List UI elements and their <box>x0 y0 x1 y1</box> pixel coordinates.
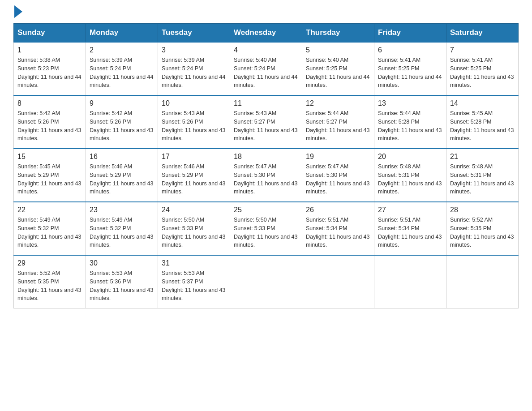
day-info: Sunrise: 5:46 AMSunset: 5:29 PMDaylight:… <box>90 163 153 195</box>
day-number: 25 <box>234 206 298 214</box>
calendar-day-cell <box>230 255 302 308</box>
day-number: 16 <box>90 153 154 161</box>
calendar-day-cell: 6 Sunrise: 5:41 AMSunset: 5:25 PMDayligh… <box>374 42 446 95</box>
calendar-day-cell: 17 Sunrise: 5:46 AMSunset: 5:29 PMDaylig… <box>158 149 230 202</box>
calendar-day-cell: 19 Sunrise: 5:47 AMSunset: 5:30 PMDaylig… <box>302 149 374 202</box>
calendar-day-cell: 14 Sunrise: 5:45 AMSunset: 5:28 PMDaylig… <box>446 95 519 149</box>
calendar-day-cell <box>302 255 374 308</box>
calendar-header-saturday: Saturday <box>446 24 519 43</box>
calendar-week-row: 29 Sunrise: 5:52 AMSunset: 5:35 PMDaylig… <box>14 255 519 308</box>
calendar-day-cell <box>446 255 519 308</box>
day-number: 2 <box>90 46 154 54</box>
day-info: Sunrise: 5:43 AMSunset: 5:27 PMDaylight:… <box>234 110 297 141</box>
calendar-day-cell: 16 Sunrise: 5:46 AMSunset: 5:29 PMDaylig… <box>86 149 158 202</box>
calendar-day-cell: 10 Sunrise: 5:43 AMSunset: 5:26 PMDaylig… <box>158 95 230 149</box>
day-info: Sunrise: 5:42 AMSunset: 5:26 PMDaylight:… <box>90 110 153 141</box>
day-info: Sunrise: 5:45 AMSunset: 5:29 PMDaylight:… <box>17 163 81 195</box>
logo <box>13 9 22 18</box>
day-info: Sunrise: 5:47 AMSunset: 5:30 PMDaylight:… <box>234 163 297 195</box>
day-number: 8 <box>17 99 82 107</box>
day-number: 7 <box>450 46 515 54</box>
day-info: Sunrise: 5:40 AMSunset: 5:24 PMDaylight:… <box>234 57 297 88</box>
day-number: 21 <box>450 153 515 161</box>
day-number: 18 <box>234 153 298 161</box>
day-info: Sunrise: 5:43 AMSunset: 5:26 PMDaylight:… <box>162 110 225 141</box>
calendar-header-wednesday: Wednesday <box>230 24 302 43</box>
calendar-day-cell: 3 Sunrise: 5:39 AMSunset: 5:24 PMDayligh… <box>158 42 230 95</box>
day-number: 20 <box>378 153 442 161</box>
day-info: Sunrise: 5:42 AMSunset: 5:26 PMDaylight:… <box>17 110 81 141</box>
day-number: 11 <box>234 99 298 107</box>
calendar-day-cell: 4 Sunrise: 5:40 AMSunset: 5:24 PMDayligh… <box>230 42 302 95</box>
day-number: 1 <box>17 46 82 54</box>
calendar-day-cell: 7 Sunrise: 5:41 AMSunset: 5:25 PMDayligh… <box>446 42 519 95</box>
day-info: Sunrise: 5:48 AMSunset: 5:31 PMDaylight:… <box>450 163 514 195</box>
day-info: Sunrise: 5:51 AMSunset: 5:34 PMDaylight:… <box>378 217 442 248</box>
day-info: Sunrise: 5:41 AMSunset: 5:25 PMDaylight:… <box>378 57 442 88</box>
calendar-day-cell: 13 Sunrise: 5:44 AMSunset: 5:28 PMDaylig… <box>374 95 446 149</box>
calendar-header-thursday: Thursday <box>302 24 374 43</box>
day-number: 30 <box>90 259 154 267</box>
calendar-day-cell: 28 Sunrise: 5:52 AMSunset: 5:35 PMDaylig… <box>446 202 519 255</box>
day-number: 13 <box>378 99 442 107</box>
calendar-header-tuesday: Tuesday <box>158 24 230 43</box>
day-info: Sunrise: 5:44 AMSunset: 5:27 PMDaylight:… <box>306 110 369 141</box>
page-header <box>13 9 519 18</box>
calendar-day-cell: 12 Sunrise: 5:44 AMSunset: 5:27 PMDaylig… <box>302 95 374 149</box>
day-number: 23 <box>90 206 154 214</box>
day-number: 3 <box>162 46 226 54</box>
calendar-week-row: 15 Sunrise: 5:45 AMSunset: 5:29 PMDaylig… <box>14 149 519 202</box>
day-number: 4 <box>234 46 298 54</box>
day-info: Sunrise: 5:44 AMSunset: 5:28 PMDaylight:… <box>378 110 442 141</box>
calendar-day-cell: 22 Sunrise: 5:49 AMSunset: 5:32 PMDaylig… <box>14 202 86 255</box>
calendar-table: SundayMondayTuesdayWednesdayThursdayFrid… <box>13 23 519 308</box>
day-number: 22 <box>17 206 82 214</box>
calendar-day-cell: 23 Sunrise: 5:49 AMSunset: 5:32 PMDaylig… <box>86 202 158 255</box>
day-info: Sunrise: 5:52 AMSunset: 5:35 PMDaylight:… <box>450 217 514 248</box>
day-info: Sunrise: 5:49 AMSunset: 5:32 PMDaylight:… <box>90 217 153 248</box>
day-info: Sunrise: 5:50 AMSunset: 5:33 PMDaylight:… <box>162 217 225 248</box>
calendar-header-sunday: Sunday <box>14 24 86 43</box>
day-number: 5 <box>306 46 370 54</box>
day-info: Sunrise: 5:52 AMSunset: 5:35 PMDaylight:… <box>17 270 81 301</box>
calendar-day-cell: 11 Sunrise: 5:43 AMSunset: 5:27 PMDaylig… <box>230 95 302 149</box>
day-info: Sunrise: 5:47 AMSunset: 5:30 PMDaylight:… <box>306 163 369 195</box>
day-info: Sunrise: 5:51 AMSunset: 5:34 PMDaylight:… <box>306 217 369 248</box>
calendar-week-row: 22 Sunrise: 5:49 AMSunset: 5:32 PMDaylig… <box>14 202 519 255</box>
day-info: Sunrise: 5:53 AMSunset: 5:37 PMDaylight:… <box>162 270 225 301</box>
day-number: 28 <box>450 206 515 214</box>
calendar-day-cell: 15 Sunrise: 5:45 AMSunset: 5:29 PMDaylig… <box>14 149 86 202</box>
day-number: 27 <box>378 206 442 214</box>
day-info: Sunrise: 5:46 AMSunset: 5:29 PMDaylight:… <box>162 163 225 195</box>
day-number: 31 <box>162 259 226 267</box>
calendar-header-monday: Monday <box>86 24 158 43</box>
calendar-day-cell: 27 Sunrise: 5:51 AMSunset: 5:34 PMDaylig… <box>374 202 446 255</box>
day-info: Sunrise: 5:45 AMSunset: 5:28 PMDaylight:… <box>450 110 514 141</box>
day-number: 15 <box>17 153 82 161</box>
calendar-day-cell: 25 Sunrise: 5:50 AMSunset: 5:33 PMDaylig… <box>230 202 302 255</box>
day-info: Sunrise: 5:40 AMSunset: 5:25 PMDaylight:… <box>306 57 369 88</box>
day-info: Sunrise: 5:39 AMSunset: 5:24 PMDaylight:… <box>162 57 225 88</box>
day-info: Sunrise: 5:48 AMSunset: 5:31 PMDaylight:… <box>378 163 442 195</box>
day-info: Sunrise: 5:49 AMSunset: 5:32 PMDaylight:… <box>17 217 81 248</box>
calendar-day-cell: 18 Sunrise: 5:47 AMSunset: 5:30 PMDaylig… <box>230 149 302 202</box>
day-number: 19 <box>306 153 370 161</box>
calendar-day-cell: 9 Sunrise: 5:42 AMSunset: 5:26 PMDayligh… <box>86 95 158 149</box>
calendar-day-cell: 5 Sunrise: 5:40 AMSunset: 5:25 PMDayligh… <box>302 42 374 95</box>
calendar-day-cell: 8 Sunrise: 5:42 AMSunset: 5:26 PMDayligh… <box>14 95 86 149</box>
calendar-day-cell: 31 Sunrise: 5:53 AMSunset: 5:37 PMDaylig… <box>158 255 230 308</box>
calendar-day-cell: 26 Sunrise: 5:51 AMSunset: 5:34 PMDaylig… <box>302 202 374 255</box>
day-info: Sunrise: 5:39 AMSunset: 5:24 PMDaylight:… <box>90 57 153 88</box>
day-number: 10 <box>162 99 226 107</box>
calendar-day-cell: 1 Sunrise: 5:38 AMSunset: 5:23 PMDayligh… <box>14 42 86 95</box>
calendar-day-cell: 30 Sunrise: 5:53 AMSunset: 5:36 PMDaylig… <box>86 255 158 308</box>
day-info: Sunrise: 5:50 AMSunset: 5:33 PMDaylight:… <box>234 217 297 248</box>
day-info: Sunrise: 5:41 AMSunset: 5:25 PMDaylight:… <box>450 57 514 88</box>
day-number: 9 <box>90 99 154 107</box>
day-info: Sunrise: 5:38 AMSunset: 5:23 PMDaylight:… <box>17 57 81 88</box>
logo-arrow-icon <box>14 5 22 18</box>
day-number: 12 <box>306 99 370 107</box>
calendar-day-cell: 29 Sunrise: 5:52 AMSunset: 5:35 PMDaylig… <box>14 255 86 308</box>
calendar-header-row: SundayMondayTuesdayWednesdayThursdayFrid… <box>14 24 519 43</box>
day-info: Sunrise: 5:53 AMSunset: 5:36 PMDaylight:… <box>90 270 153 301</box>
